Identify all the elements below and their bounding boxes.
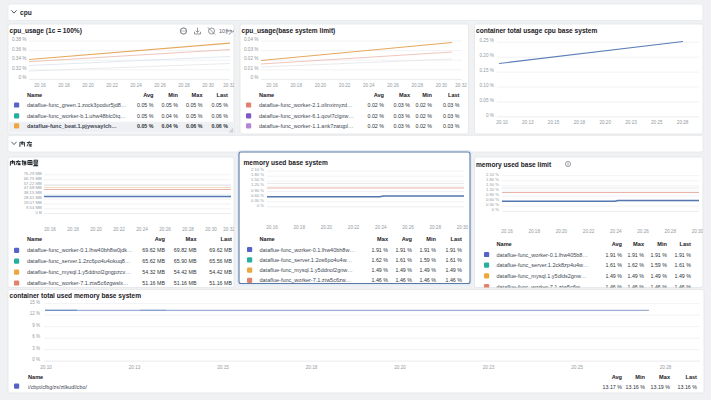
svg-text:0 %: 0 % [257,203,264,208]
svg-text:1.46 %: 1.46 % [420,277,437,283]
svg-text:dataflue-func_worker-b.1.uhw48: dataflue-func_worker-b.1.uhw48blc0tq… [27,113,126,119]
svg-text:memory used base system: memory used base system [244,159,328,167]
svg-text:20:32: 20:32 [223,227,235,232]
svg-text:20:25: 20:25 [651,120,663,125]
svg-text:dataflue-func_mysql.1.y5ddnol2: dataflue-func_mysql.1.y5ddnol2gnw… [260,267,353,273]
svg-text:0.04 %: 0.04 % [162,123,179,129]
svg-text:1.61 %: 1.61 % [606,262,623,268]
svg-text:Max: Max [399,92,411,98]
svg-text:20:24: 20:24 [363,83,375,88]
svg-text:1.49 %: 1.49 % [675,273,692,279]
svg-text:memory used base limit: memory used base limit [476,161,552,169]
svg-text:dataflue-func_server.1.2ck8zp4: dataflue-func_server.1.2ck8zp4u4w… [497,262,589,268]
svg-text:20:24: 20:24 [375,225,387,230]
svg-text:Last: Last [685,374,697,380]
svg-text:0.04 %: 0.04 % [162,113,179,119]
svg-text:Avg: Avg [143,92,154,98]
svg-text:20:24: 20:24 [130,83,142,88]
svg-text:20:15: 20:15 [217,365,229,370]
svg-text:0.34 %: 0.34 % [12,56,27,61]
svg-text:15 %: 15 % [30,300,40,305]
svg-text:13.16 %: 13.16 % [626,384,646,390]
svg-text:20:18: 20:18 [58,83,70,88]
svg-text:20:26: 20:26 [387,83,399,88]
svg-text:69.62 MB: 69.62 MB [142,247,165,253]
svg-text:dataflue-func_worker-7.1.ztw5c: dataflue-func_worker-7.1.ztw5c6zgwslx… [27,280,129,286]
svg-text:20:32: 20:32 [455,83,467,88]
svg-text:Max: Max [633,241,645,247]
svg-text:Max: Max [659,374,671,380]
svg-text:20:26: 20:26 [159,227,171,232]
svg-text:20:23: 20:23 [625,120,637,125]
svg-text:20:28: 20:28 [660,365,672,370]
svg-text:0.05 %: 0.05 % [479,98,494,103]
svg-text:Last: Last [448,92,460,98]
svg-text:dataflue-func_server.1.2zc6po4: dataflue-func_server.1.2zc6po4u4okuq8… [27,258,130,264]
svg-text:20:25: 20:25 [571,365,583,370]
svg-text:1.91 %: 1.91 % [675,252,692,258]
svg-text:1.61 %: 1.61 % [396,257,413,263]
svg-text:20:23: 20:23 [483,365,495,370]
svg-text:container total used memory ba: container total used memory base system [10,292,142,300]
svg-text:0.02 %: 0.02 % [244,56,259,61]
svg-text:0.03 %: 0.03 % [443,123,460,129]
svg-text:20:20: 20:20 [90,227,102,232]
svg-text:Name: Name [28,374,43,380]
svg-text:65.56 MB: 65.56 MB [209,258,232,264]
svg-text:0.25 %: 0.25 % [479,38,494,43]
svg-text:20:16: 20:16 [501,229,513,234]
svg-text:dataflue-func_worker-7.1.ztw5c: dataflue-func_worker-7.1.ztw5c6zw… [260,277,352,283]
svg-text:20:13: 20:13 [522,120,534,125]
svg-text:Min: Min [635,374,645,380]
svg-text:dataflue-func_green.1.zock3pod: dataflue-func_green.1.zock3podur5jd8… [27,102,126,108]
svg-text:Max: Max [377,236,389,242]
svg-text:1.46 %: 1.46 % [446,277,463,283]
svg-text:0 %: 0 % [250,75,258,80]
svg-text:1.62 %: 1.62 % [372,257,389,263]
svg-text:cpu_usage (1c = 100%): cpu_usage (1c = 100%) [10,27,82,35]
svg-text:Max: Max [186,236,198,242]
svg-text:cpu: cpu [20,9,32,17]
svg-text:20:28: 20:28 [182,227,194,232]
svg-text:0.02 %: 0.02 % [368,123,385,129]
svg-text:Avg: Avg [374,92,385,98]
svg-text:20:26: 20:26 [402,225,414,230]
svg-text:0.01 %: 0.01 % [244,66,259,71]
svg-text:1.49 %: 1.49 % [446,267,463,273]
svg-text:65.62 MB: 65.62 MB [142,258,165,264]
svg-text:20:24: 20:24 [610,229,622,234]
svg-text:20:32: 20:32 [223,83,235,88]
svg-text:0.03 %: 0.03 % [443,102,460,108]
svg-text:0.03 %: 0.03 % [394,123,411,129]
svg-text:20:22: 20:22 [339,83,351,88]
svg-text:0.06 %: 0.06 % [212,123,229,129]
svg-text:20:22: 20:22 [348,225,360,230]
svg-text:20:28: 20:28 [677,120,689,125]
svg-text:1.59 %: 1.59 % [420,257,437,263]
svg-text:cpu_usage(base system limit): cpu_usage(base system limit) [242,27,336,35]
svg-text:0.06 %: 0.06 % [212,113,229,119]
svg-text:20:10: 20:10 [40,365,52,370]
svg-text:1.91 %: 1.91 % [396,247,413,253]
svg-text:1.46 %: 1.46 % [396,277,413,283]
svg-text:Avg: Avg [402,236,413,242]
svg-text:12 %: 12 % [30,311,40,316]
svg-text:1.49 %: 1.49 % [420,267,437,273]
svg-text:i/cbpt/cfbg/zs/ztlkudl/cbo/: i/cbpt/cfbg/zs/ztlkudl/cbo/ [28,384,87,390]
svg-text:20:22: 20:22 [583,229,595,234]
svg-text:0.36 %: 0.36 % [12,47,27,52]
svg-text:0.05 %: 0.05 % [186,113,203,119]
svg-text:20:30: 20:30 [436,83,448,88]
svg-text:Max: Max [192,92,204,98]
svg-text:Name: Name [259,92,274,98]
svg-text:Min: Min [168,92,178,98]
svg-text:3 %: 3 % [32,346,40,351]
svg-text:Last: Last [216,92,228,98]
svg-text:0.20 %: 0.20 % [479,53,494,58]
svg-text:54.42 MB: 54.42 MB [174,269,197,275]
svg-text:0.15 %: 0.15 % [479,68,494,73]
svg-text:20:13: 20:13 [129,365,141,370]
svg-text:1.49 %: 1.49 % [396,267,413,273]
svg-text:0 %: 0 % [486,113,494,118]
svg-text:Avg: Avg [155,236,166,242]
